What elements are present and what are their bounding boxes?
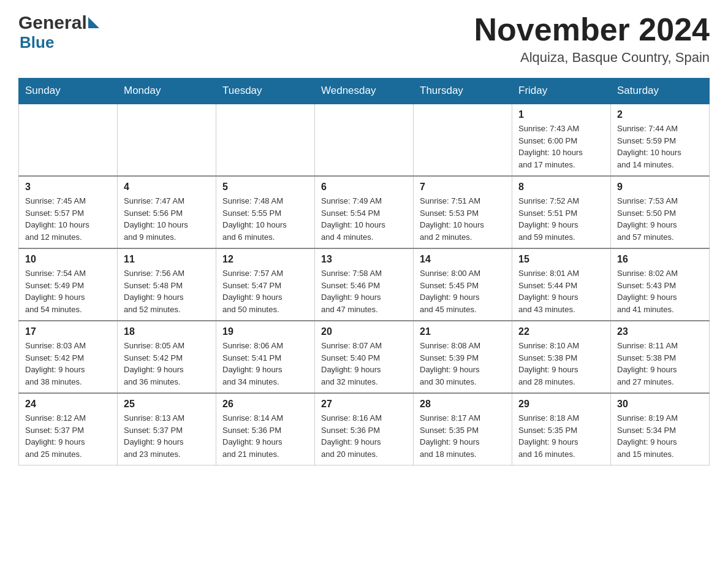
- day-info: Sunrise: 7:44 AMSunset: 5:59 PMDaylight:…: [617, 123, 703, 170]
- table-row: 25Sunrise: 8:13 AMSunset: 5:37 PMDayligh…: [118, 393, 216, 465]
- day-number: 22: [518, 326, 604, 337]
- day-info: Sunrise: 8:10 AMSunset: 5:38 PMDaylight:…: [518, 340, 604, 388]
- day-number: 1: [518, 109, 604, 120]
- day-info: Sunrise: 7:56 AMSunset: 5:48 PMDaylight:…: [124, 267, 210, 315]
- table-row: 16Sunrise: 8:02 AMSunset: 5:43 PMDayligh…: [611, 248, 710, 321]
- day-number: 8: [518, 182, 604, 193]
- day-number: 27: [321, 399, 407, 410]
- table-row: 13Sunrise: 7:58 AMSunset: 5:46 PMDayligh…: [315, 248, 414, 321]
- col-header-sunday: Sunday: [19, 79, 118, 104]
- day-info: Sunrise: 7:54 AMSunset: 5:49 PMDaylight:…: [25, 267, 111, 315]
- day-number: 29: [518, 399, 604, 410]
- calendar-table: Sunday Monday Tuesday Wednesday Thursday…: [18, 78, 710, 465]
- col-header-tuesday: Tuesday: [216, 79, 315, 104]
- table-row: 10Sunrise: 7:54 AMSunset: 5:49 PMDayligh…: [19, 248, 118, 321]
- day-info: Sunrise: 8:03 AMSunset: 5:42 PMDaylight:…: [25, 340, 111, 388]
- day-info: Sunrise: 8:05 AMSunset: 5:42 PMDaylight:…: [124, 340, 210, 388]
- location-subtitle: Alquiza, Basque Country, Spain: [474, 50, 710, 66]
- logo-general-text: General: [18, 12, 87, 33]
- calendar-week-row: 24Sunrise: 8:12 AMSunset: 5:37 PMDayligh…: [19, 393, 710, 465]
- day-info: Sunrise: 8:08 AMSunset: 5:39 PMDaylight:…: [420, 340, 506, 388]
- col-header-saturday: Saturday: [611, 79, 710, 104]
- table-row: 9Sunrise: 7:53 AMSunset: 5:50 PMDaylight…: [611, 176, 710, 248]
- table-row: 18Sunrise: 8:05 AMSunset: 5:42 PMDayligh…: [118, 321, 216, 393]
- col-header-wednesday: Wednesday: [315, 79, 414, 104]
- table-row: [414, 104, 512, 176]
- table-row: 4Sunrise: 7:47 AMSunset: 5:56 PMDaylight…: [118, 176, 216, 248]
- day-info: Sunrise: 8:18 AMSunset: 5:35 PMDaylight:…: [518, 412, 604, 460]
- table-row: 24Sunrise: 8:12 AMSunset: 5:37 PMDayligh…: [19, 393, 118, 465]
- table-row: 17Sunrise: 8:03 AMSunset: 5:42 PMDayligh…: [19, 321, 118, 393]
- logo-triangle-icon: [88, 17, 99, 28]
- day-info: Sunrise: 7:57 AMSunset: 5:47 PMDaylight:…: [222, 267, 308, 315]
- day-info: Sunrise: 7:48 AMSunset: 5:55 PMDaylight:…: [222, 195, 308, 243]
- day-info: Sunrise: 7:58 AMSunset: 5:46 PMDaylight:…: [321, 267, 407, 315]
- day-info: Sunrise: 7:45 AMSunset: 5:57 PMDaylight:…: [25, 195, 111, 243]
- table-row: 27Sunrise: 8:16 AMSunset: 5:36 PMDayligh…: [315, 393, 414, 465]
- day-number: 7: [420, 182, 506, 193]
- logo-blue-text: Blue: [20, 33, 101, 52]
- day-number: 15: [518, 254, 604, 265]
- day-info: Sunrise: 7:43 AMSunset: 6:00 PMDaylight:…: [518, 123, 604, 170]
- day-info: Sunrise: 8:07 AMSunset: 5:40 PMDaylight:…: [321, 340, 407, 388]
- day-number: 18: [124, 326, 210, 337]
- table-row: 11Sunrise: 7:56 AMSunset: 5:48 PMDayligh…: [118, 248, 216, 321]
- day-info: Sunrise: 8:17 AMSunset: 5:35 PMDaylight:…: [420, 412, 506, 460]
- day-number: 10: [25, 254, 111, 265]
- day-info: Sunrise: 8:02 AMSunset: 5:43 PMDaylight:…: [617, 267, 703, 315]
- table-row: 22Sunrise: 8:10 AMSunset: 5:38 PMDayligh…: [512, 321, 611, 393]
- day-info: Sunrise: 8:00 AMSunset: 5:45 PMDaylight:…: [420, 267, 506, 315]
- day-info: Sunrise: 7:51 AMSunset: 5:53 PMDaylight:…: [420, 195, 506, 243]
- day-number: 17: [25, 326, 111, 337]
- day-number: 26: [222, 399, 308, 410]
- table-row: 1Sunrise: 7:43 AMSunset: 6:00 PMDaylight…: [512, 104, 611, 176]
- day-info: Sunrise: 8:14 AMSunset: 5:36 PMDaylight:…: [222, 412, 308, 460]
- calendar-week-row: 1Sunrise: 7:43 AMSunset: 6:00 PMDaylight…: [19, 104, 710, 176]
- table-row: 20Sunrise: 8:07 AMSunset: 5:40 PMDayligh…: [315, 321, 414, 393]
- table-row: 19Sunrise: 8:06 AMSunset: 5:41 PMDayligh…: [216, 321, 315, 393]
- table-row: 2Sunrise: 7:44 AMSunset: 5:59 PMDaylight…: [611, 104, 710, 176]
- day-number: 24: [25, 399, 111, 410]
- day-info: Sunrise: 8:01 AMSunset: 5:44 PMDaylight:…: [518, 267, 604, 315]
- day-number: 14: [420, 254, 506, 265]
- table-row: 3Sunrise: 7:45 AMSunset: 5:57 PMDaylight…: [19, 176, 118, 248]
- calendar-week-row: 10Sunrise: 7:54 AMSunset: 5:49 PMDayligh…: [19, 248, 710, 321]
- table-row: 29Sunrise: 8:18 AMSunset: 5:35 PMDayligh…: [512, 393, 611, 465]
- day-number: 3: [25, 182, 111, 193]
- logo: General Blue: [18, 12, 101, 52]
- table-row: [19, 104, 118, 176]
- title-area: November 2024 Alquiza, Basque Country, S…: [474, 12, 710, 66]
- calendar-week-row: 17Sunrise: 8:03 AMSunset: 5:42 PMDayligh…: [19, 321, 710, 393]
- table-row: 26Sunrise: 8:14 AMSunset: 5:36 PMDayligh…: [216, 393, 315, 465]
- day-number: 21: [420, 326, 506, 337]
- calendar-header-row: Sunday Monday Tuesday Wednesday Thursday…: [19, 79, 710, 104]
- day-info: Sunrise: 8:06 AMSunset: 5:41 PMDaylight:…: [222, 340, 308, 388]
- table-row: 14Sunrise: 8:00 AMSunset: 5:45 PMDayligh…: [414, 248, 512, 321]
- day-number: 5: [222, 182, 308, 193]
- month-title: November 2024: [474, 12, 710, 47]
- day-info: Sunrise: 7:53 AMSunset: 5:50 PMDaylight:…: [617, 195, 703, 243]
- table-row: 6Sunrise: 7:49 AMSunset: 5:54 PMDaylight…: [315, 176, 414, 248]
- table-row: 12Sunrise: 7:57 AMSunset: 5:47 PMDayligh…: [216, 248, 315, 321]
- day-number: 23: [617, 326, 703, 337]
- day-number: 20: [321, 326, 407, 337]
- table-row: 8Sunrise: 7:52 AMSunset: 5:51 PMDaylight…: [512, 176, 611, 248]
- table-row: 23Sunrise: 8:11 AMSunset: 5:38 PMDayligh…: [611, 321, 710, 393]
- day-number: 25: [124, 399, 210, 410]
- day-number: 12: [222, 254, 308, 265]
- table-row: [216, 104, 315, 176]
- table-row: 28Sunrise: 8:17 AMSunset: 5:35 PMDayligh…: [414, 393, 512, 465]
- day-number: 28: [420, 399, 506, 410]
- table-row: [315, 104, 414, 176]
- day-number: 4: [124, 182, 210, 193]
- table-row: 15Sunrise: 8:01 AMSunset: 5:44 PMDayligh…: [512, 248, 611, 321]
- calendar-week-row: 3Sunrise: 7:45 AMSunset: 5:57 PMDaylight…: [19, 176, 710, 248]
- day-info: Sunrise: 8:16 AMSunset: 5:36 PMDaylight:…: [321, 412, 407, 460]
- table-row: 7Sunrise: 7:51 AMSunset: 5:53 PMDaylight…: [414, 176, 512, 248]
- day-info: Sunrise: 8:12 AMSunset: 5:37 PMDaylight:…: [25, 412, 111, 460]
- day-info: Sunrise: 8:13 AMSunset: 5:37 PMDaylight:…: [124, 412, 210, 460]
- day-number: 11: [124, 254, 210, 265]
- day-info: Sunrise: 7:52 AMSunset: 5:51 PMDaylight:…: [518, 195, 604, 243]
- day-number: 9: [617, 182, 703, 193]
- day-info: Sunrise: 7:47 AMSunset: 5:56 PMDaylight:…: [124, 195, 210, 243]
